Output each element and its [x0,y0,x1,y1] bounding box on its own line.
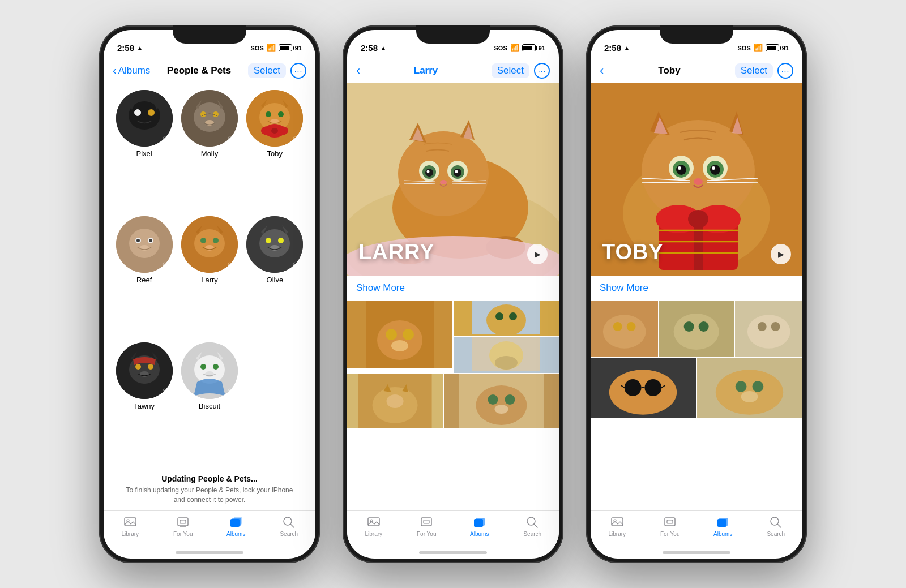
home-indicator [176,551,243,554]
back-button[interactable]: ‹ [600,63,604,78]
person-name-toby: Toby [267,149,283,158]
play-button[interactable]: ▶ [527,244,548,264]
select-button[interactable]: Select [248,63,286,78]
svg-point-44 [213,364,219,370]
heart-biscuit: ♡ [228,387,235,396]
svg-point-142 [684,321,694,332]
more-button[interactable]: ··· [290,63,306,79]
tab-library[interactable]: Library [347,516,400,537]
photo-grid [347,301,559,510]
home-indicator [419,551,487,554]
person-biscuit[interactable]: ♡ Biscuit [180,342,238,462]
svg-point-119 [676,165,686,175]
location-icon: ▲ [624,45,630,51]
library-icon [123,516,137,529]
tab-search[interactable]: Search [263,516,316,537]
photo-cell-2[interactable] [454,301,559,336]
person-reef[interactable]: ♡ Reef [115,216,173,336]
svg-point-32 [259,229,290,257]
person-olive[interactable]: ♡ Olive [246,216,304,336]
status-icons: SOS 📶 91 [494,44,545,52]
more-button[interactable]: ··· [534,63,550,79]
wifi-icon: 📶 [510,44,519,52]
battery-label: 91 [295,45,302,51]
search-icon-tab [525,516,539,529]
photo-cell-4[interactable] [347,374,443,428]
back-button[interactable]: ‹ [356,63,360,78]
tab-albums[interactable]: Albums [453,516,506,537]
tab-search[interactable]: Search [506,516,559,537]
tab-search[interactable]: Search [750,516,803,537]
svg-rect-49 [180,520,186,523]
select-button[interactable]: Select [735,63,773,78]
nav-actions: Select ··· [735,63,793,79]
tab-for-you[interactable]: For You [157,516,210,537]
tab-label-library: Library [121,531,139,537]
heart-toby: ♡ [293,135,300,144]
person-pixel[interactable]: ♡ Pixel [115,90,173,209]
tab-library[interactable]: Library [591,516,644,537]
person-toby[interactable]: ♡ Toby [246,90,304,209]
photo-cell-3[interactable] [454,337,559,373]
photo-cell-5[interactable] [444,374,559,428]
svg-point-82 [391,340,408,351]
show-more-button[interactable]: Show More [356,282,405,293]
tab-label-library: Library [365,531,382,537]
notch [416,25,490,44]
play-button[interactable]: ▶ [771,244,791,264]
back-button[interactable]: ‹ Albums [113,64,150,77]
photo-cell-3[interactable] [735,301,802,357]
more-button[interactable]: ··· [777,63,793,79]
battery-icon [766,44,779,51]
svg-point-137 [603,315,646,349]
svg-point-81 [403,329,414,340]
person-molly[interactable]: ♡ Molly [180,90,238,209]
nav-bar: ‹ Albums People & Pets Select ··· [104,58,315,83]
svg-point-120 [710,165,720,175]
tab-for-you[interactable]: For You [644,516,697,537]
select-button[interactable]: Select [492,63,529,78]
photo-cell-1[interactable] [347,301,452,368]
avatar-toby: ♡ [246,90,303,147]
svg-point-159 [741,390,758,402]
status-icons: SOS 📶 91 [251,44,302,52]
svg-point-138 [613,322,622,331]
person-name-pixel: Pixel [136,149,152,158]
svg-point-23 [136,239,140,242]
library-icon [610,516,624,529]
nav-bar: ‹ Larry Select ··· [347,58,559,83]
photo-cell-4[interactable] [591,358,696,418]
svg-rect-48 [178,518,188,526]
svg-point-85 [495,312,503,320]
photo-cell-2[interactable] [659,301,733,357]
photo-cell-1[interactable] [591,301,658,357]
person-tawny[interactable]: ♡ Tawny [115,342,173,462]
home-indicator [663,551,730,554]
person-larry[interactable]: ♡ Larry [180,216,238,336]
battery-label: 91 [539,45,545,51]
for-you-icon [420,516,433,529]
svg-point-147 [771,322,780,331]
for-you-icon [663,516,677,529]
svg-point-157 [736,381,747,392]
svg-point-34 [278,238,284,243]
tab-albums[interactable]: Albums [696,516,750,537]
svg-rect-102 [421,518,431,526]
tab-bar: Library For You Albums [347,510,559,548]
svg-point-27 [194,229,225,257]
heart-olive: ♡ [293,261,300,270]
svg-point-98 [505,394,515,405]
svg-point-121 [678,166,681,170]
tab-library[interactable]: Library [104,516,157,537]
tab-for-you[interactable]: For You [400,516,454,537]
photo-cell-5[interactable] [697,358,802,418]
svg-point-68 [427,170,430,173]
phone-toby: 2:58 ▲ SOS 📶 91 ‹ Toby [586,25,807,563]
svg-point-4 [138,117,151,125]
svg-point-97 [488,394,498,405]
nav-title: People & Pets [150,65,247,76]
tab-albums[interactable]: Albums [210,516,263,537]
tab-label-search: Search [280,531,298,537]
show-more-button[interactable]: Show More [600,282,648,293]
svg-point-70 [440,180,447,184]
